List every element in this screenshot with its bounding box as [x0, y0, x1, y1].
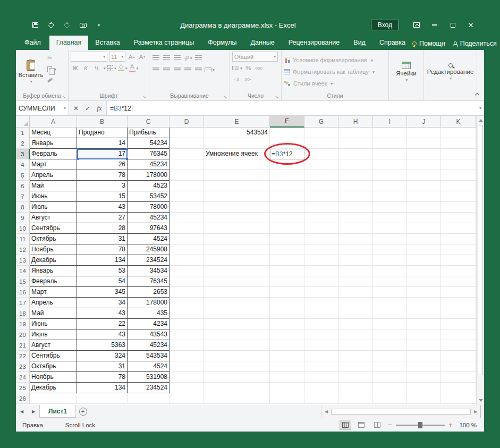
- maximize-button[interactable]: [445, 18, 461, 32]
- cell-I9[interactable]: [373, 213, 407, 223]
- sheet-nav-right-button[interactable]: ▶: [28, 405, 39, 418]
- cell-C18[interactable]: 435: [128, 308, 170, 319]
- cell-K14[interactable]: [441, 266, 476, 276]
- cell-A6[interactable]: Май: [30, 181, 77, 191]
- cell-A8[interactable]: Июль: [30, 202, 77, 213]
- editing-button[interactable]: Редактирование ▾: [426, 52, 474, 92]
- zoom-out-button[interactable]: −: [387, 421, 393, 429]
- scroll-right-icon[interactable]: ▶: [472, 409, 479, 414]
- undo-button[interactable]: [45, 19, 57, 31]
- cell-F15[interactable]: [270, 276, 304, 287]
- cell-A3[interactable]: Февраль: [30, 149, 77, 159]
- cell-E19[interactable]: [204, 319, 270, 329]
- cell-C7[interactable]: 53452: [128, 191, 170, 202]
- cell-B16[interactable]: 345: [77, 287, 128, 298]
- cell-D17[interactable]: [170, 298, 204, 308]
- font-dialog-launcher[interactable]: ↘: [142, 95, 146, 99]
- cell-H5[interactable]: [338, 170, 373, 181]
- row-header-3[interactable]: 3: [16, 149, 30, 159]
- save-button[interactable]: [29, 19, 41, 31]
- cell-I20[interactable]: [373, 329, 407, 340]
- row-header-17[interactable]: 17: [16, 298, 30, 308]
- cell-F25[interactable]: [270, 383, 304, 393]
- cell-B9[interactable]: 27: [77, 213, 128, 223]
- cell-K11[interactable]: [441, 234, 476, 244]
- formula-input[interactable]: =B3*12 ▾: [107, 101, 484, 115]
- cell-K4[interactable]: [441, 159, 476, 170]
- cell-C12[interactable]: 245908: [128, 244, 170, 255]
- cell-B4[interactable]: 26: [77, 159, 128, 170]
- cell-J13[interactable]: [407, 255, 441, 266]
- cell-I1[interactable]: [373, 128, 407, 138]
- tab-view[interactable]: Вид: [346, 36, 372, 50]
- cell-G14[interactable]: [304, 266, 338, 276]
- cell-I19[interactable]: [373, 319, 407, 329]
- cell-C5[interactable]: 178000: [128, 170, 170, 181]
- cell-G2[interactable]: [304, 138, 338, 149]
- cell-styles-button[interactable]: Стили ячеек ▾: [284, 79, 386, 89]
- select-all-button[interactable]: [16, 116, 30, 128]
- cell-B2[interactable]: 14: [77, 138, 128, 149]
- cell-G25[interactable]: [304, 383, 338, 393]
- column-header-G[interactable]: G: [304, 116, 338, 128]
- cell-D1[interactable]: [170, 128, 204, 138]
- cell-C3[interactable]: 76345: [128, 149, 170, 159]
- cell-I2[interactable]: [373, 138, 407, 149]
- cell-F24[interactable]: [270, 372, 304, 383]
- italic-button[interactable]: К: [81, 63, 90, 73]
- view-page-break-button[interactable]: [371, 420, 383, 430]
- cell-I11[interactable]: [373, 234, 407, 244]
- tab-data[interactable]: Данные: [244, 36, 282, 50]
- cell-I14[interactable]: [373, 266, 407, 276]
- tab-split-handle[interactable]: [480, 405, 484, 418]
- cell-F19[interactable]: [270, 319, 304, 329]
- row-header-26[interactable]: 26: [16, 393, 30, 404]
- scroll-down-icon[interactable]: [479, 399, 483, 402]
- cell-C19[interactable]: 4234: [128, 319, 170, 329]
- tab-page-layout[interactable]: Разметка страницы: [127, 36, 201, 50]
- cell-B12[interactable]: 78: [77, 244, 128, 255]
- cell-A21[interactable]: Август: [30, 340, 77, 351]
- cell-G17[interactable]: [304, 298, 338, 308]
- cell-F20[interactable]: [270, 329, 304, 340]
- cell-F10[interactable]: [270, 223, 304, 234]
- ribbon-display-options-button[interactable]: [409, 18, 425, 32]
- copy-button[interactable]: ▾: [46, 64, 58, 74]
- cell-E4[interactable]: [204, 159, 270, 170]
- cell-J6[interactable]: [407, 181, 441, 191]
- cell-J12[interactable]: [407, 244, 441, 255]
- cell-H19[interactable]: [338, 319, 373, 329]
- cell-A10[interactable]: Сентябрь: [30, 223, 77, 234]
- row-header-25[interactable]: 25: [16, 383, 30, 393]
- cell-C16[interactable]: 2653: [128, 287, 170, 298]
- cell-C8[interactable]: 78000: [128, 202, 170, 213]
- cell-K7[interactable]: [441, 191, 476, 202]
- cell-A19[interactable]: Июнь: [30, 319, 77, 329]
- comma-style-button[interactable]: 000: [255, 63, 264, 73]
- cell-J18[interactable]: [407, 308, 441, 319]
- cell-K24[interactable]: [441, 372, 476, 383]
- cell-C21[interactable]: 45234: [128, 340, 170, 351]
- cell-A25[interactable]: Декабрь: [30, 383, 77, 393]
- cell-J23[interactable]: [407, 361, 441, 372]
- cell-C23[interactable]: 4524: [128, 361, 170, 372]
- camera-button[interactable]: [77, 19, 89, 31]
- cell-B11[interactable]: 31: [77, 234, 128, 244]
- cancel-button[interactable]: ✕: [70, 101, 82, 115]
- cell-E21[interactable]: [204, 340, 270, 351]
- cell-G10[interactable]: [304, 223, 338, 234]
- cell-F1[interactable]: [270, 128, 304, 138]
- cell-G22[interactable]: [304, 351, 338, 361]
- collapse-ribbon-button[interactable]: [475, 92, 479, 97]
- cell-I5[interactable]: [373, 170, 407, 181]
- cell-H18[interactable]: [338, 308, 373, 319]
- zoom-in-button[interactable]: +: [448, 421, 453, 429]
- cell-E20[interactable]: [204, 329, 270, 340]
- row-header-7[interactable]: 7: [16, 191, 30, 202]
- cell-C14[interactable]: 34534: [128, 266, 170, 276]
- row-header-12[interactable]: 12: [16, 244, 30, 255]
- cell-A12[interactable]: Ноябрь: [30, 244, 77, 255]
- cell-A2[interactable]: Январь: [30, 138, 77, 149]
- cell-A13[interactable]: Декабрь: [30, 255, 77, 266]
- cell-F8[interactable]: [270, 202, 304, 213]
